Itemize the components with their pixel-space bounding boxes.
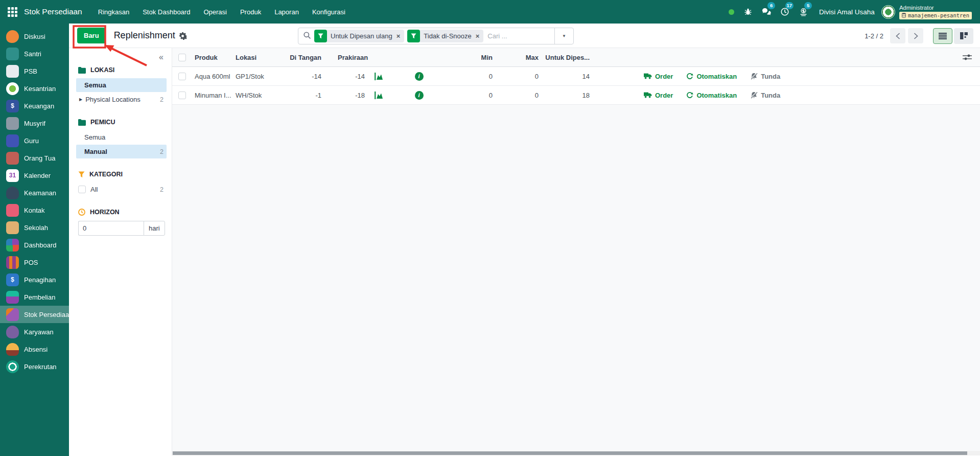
sidebar-item-dashboard[interactable]: Dashboard — [0, 236, 69, 254]
forecast-chart-icon[interactable] — [368, 92, 391, 99]
sidebar-item-stok-persediaan[interactable]: Stok Persediaan — [0, 306, 69, 323]
sidebar-item-kontak[interactable]: Kontak — [0, 201, 69, 219]
expand-caret-icon[interactable]: ▶ — [79, 97, 82, 102]
apps-menu-button[interactable] — [0, 7, 24, 17]
order-button[interactable]: Order — [644, 73, 673, 80]
automate-button[interactable]: Otomatiskan — [686, 73, 737, 80]
user-avatar[interactable] — [881, 5, 895, 19]
musyrif-app-icon — [6, 117, 19, 130]
sidebar-item-label: Keamanan — [24, 189, 56, 197]
sidebar-item-orang-tua[interactable]: Orang Tua — [0, 149, 69, 167]
keuangan-app-icon: $ — [6, 100, 19, 112]
kanban-view-button[interactable] — [954, 28, 973, 44]
sidebar-item-keuangan[interactable]: $Keuangan — [0, 97, 69, 115]
horizon-days-input[interactable] — [78, 221, 144, 236]
debug-bug-icon[interactable] — [739, 0, 757, 24]
optional-columns-icon[interactable] — [963, 54, 972, 62]
filter-lokasi-semua[interactable]: Semua — [76, 78, 167, 92]
sidebar-item-diskusi[interactable]: Diskusi — [0, 28, 69, 45]
sidebar-item-label: Kalender — [24, 172, 51, 179]
view-settings-gear-icon[interactable] — [179, 32, 187, 40]
apps-grid-icon — [8, 7, 17, 17]
sidebar-item-label: Keuangan — [24, 102, 54, 110]
col-prakiraan[interactable]: Prakiraan — [324, 54, 368, 61]
table-row[interactable]: Aqua 600ml GP1/Stok -14 -14 i 0 0 14 Ord… — [172, 67, 980, 86]
snooze-button[interactable]: Tunda — [750, 73, 780, 80]
sidebar-item-pos[interactable]: POS — [0, 254, 69, 271]
database-name: manajemen-pesantren — [908, 12, 969, 19]
folder-icon — [78, 119, 86, 126]
col-untuk-dipesan[interactable]: Untuk Dipes... — [542, 54, 593, 61]
col-min[interactable]: Min — [447, 54, 496, 61]
sidebar-item-keamanan[interactable]: Keamanan — [0, 184, 69, 201]
sidebar-item-sekolah[interactable]: Sekolah — [0, 219, 69, 236]
sidebar-item-perekrutan[interactable]: Perekrutan — [0, 358, 69, 375]
info-icon[interactable]: i — [415, 72, 424, 81]
keamanan-app-icon — [6, 187, 19, 199]
current-app-title[interactable]: Stok Persediaan — [24, 7, 82, 16]
sidebar-item-absensi[interactable]: Absensi — [0, 340, 69, 358]
menu-laporan[interactable]: Laporan — [268, 0, 306, 24]
forecast-chart-icon[interactable] — [368, 73, 391, 80]
filter-kategori-all[interactable]: All 2 — [76, 183, 167, 196]
automate-button[interactable]: Otomatiskan — [686, 92, 737, 99]
menu-konfigurasi[interactable]: Konfigurasi — [306, 0, 352, 24]
row-checkbox[interactable] — [178, 92, 186, 99]
order-button[interactable]: Order — [644, 92, 673, 99]
sidebar-item-musyrif[interactable]: Musyrif — [0, 115, 69, 132]
menu-produk[interactable]: Produk — [234, 0, 268, 24]
facet-close-icon[interactable]: × — [396, 32, 405, 40]
money-icon[interactable]: 5 — [794, 0, 812, 24]
clock-icon — [78, 209, 85, 216]
sidebar-item-karyawan[interactable]: Karyawan — [0, 323, 69, 340]
kategori-all-checkbox[interactable] — [78, 186, 86, 193]
absensi-app-icon — [6, 343, 19, 356]
horizontal-scrollbar-track — [172, 451, 980, 455]
user-menu[interactable]: Administrator manajemen-pesantren — [899, 4, 972, 19]
activities-clock-icon[interactable]: 17 — [776, 0, 794, 24]
filter-item-count: 2 — [160, 96, 167, 103]
refresh-icon — [686, 73, 693, 80]
table-row[interactable]: Minuman I... WH/Stok -1 -18 i 0 0 18 Ord… — [172, 86, 980, 105]
menu-ringkasan[interactable]: Ringkasan — [91, 0, 136, 24]
pager-previous-button[interactable] — [890, 28, 905, 43]
stok-persediaan-app-icon — [6, 308, 19, 321]
sidebar-item-pembelian[interactable]: Pembelian — [0, 288, 69, 306]
company-switcher[interactable]: Divisi Amal Usaha — [812, 8, 881, 16]
select-all-checkbox[interactable] — [178, 54, 186, 61]
prakiraan-cell: -14 — [324, 73, 368, 80]
horizon-unit-label: hari — [144, 221, 165, 236]
new-record-button[interactable]: Baru — [77, 28, 106, 43]
snooze-button[interactable]: Tunda — [750, 92, 780, 99]
row-checkbox[interactable] — [178, 73, 186, 80]
col-lokasi[interactable]: Lokasi — [232, 54, 284, 61]
list-view-button[interactable] — [933, 28, 952, 44]
search-input[interactable] — [483, 32, 554, 40]
facet-close-icon[interactable]: × — [475, 32, 484, 40]
filter-pemicu-manual[interactable]: Manual 2 — [76, 145, 167, 158]
sidebar-item-penagihan[interactable]: $Penagihan — [0, 271, 69, 288]
sidebar-item-santri[interactable]: Santri — [0, 45, 69, 62]
pager-next-button[interactable] — [908, 28, 923, 43]
messages-icon[interactable]: 6 — [757, 0, 776, 24]
collapse-panel-icon[interactable]: « — [159, 53, 164, 62]
col-max[interactable]: Max — [496, 54, 542, 61]
col-produk[interactable]: Produk — [192, 54, 232, 61]
filter-icon — [314, 30, 327, 42]
sidebar-item-kalender[interactable]: 31Kalender — [0, 167, 69, 184]
filter-pemicu-semua[interactable]: Semua — [76, 130, 167, 144]
menu-operasi[interactable]: Operasi — [197, 0, 234, 24]
info-icon[interactable]: i — [415, 91, 424, 100]
sidebar-item-psb[interactable]: PSB — [0, 62, 69, 80]
search-options-dropdown[interactable]: ▼ — [554, 28, 573, 44]
sidebar-item-guru[interactable]: Guru — [0, 132, 69, 149]
col-di-tangan[interactable]: Di Tangan — [284, 54, 324, 61]
menu-stok-dashboard[interactable]: Stok Dashboard — [136, 0, 197, 24]
filter-icon — [407, 30, 420, 42]
horizontal-scrollbar-thumb[interactable] — [173, 451, 967, 455]
filter-item-label: Semua — [84, 133, 105, 141]
sidebar-item-label: Karyawan — [24, 328, 54, 336]
sidebar-item-kesantrian[interactable]: Kesantrian — [0, 80, 69, 97]
dashboard-app-icon — [6, 239, 19, 252]
filter-lokasi-physical-locations[interactable]: ▶ Physical Locations 2 — [76, 93, 167, 106]
